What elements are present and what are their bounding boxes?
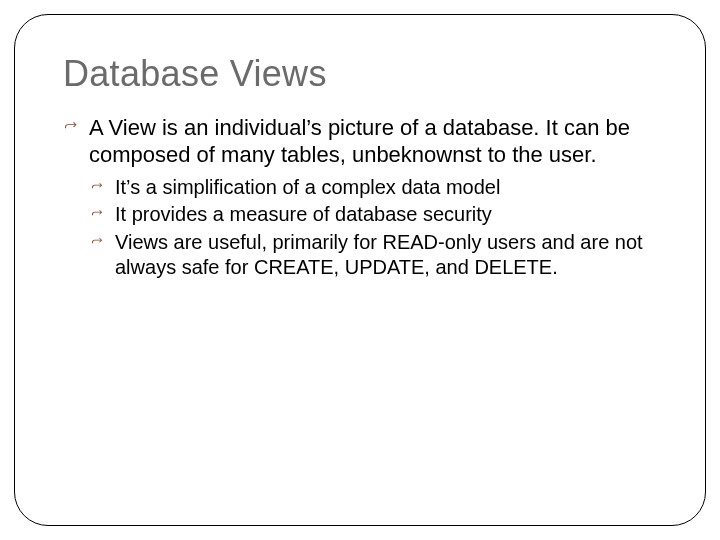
list-item: A View is an individual’s picture of a d… — [67, 115, 657, 169]
slide-frame: Database Views A View is an individual’s… — [14, 14, 706, 526]
list-item: It provides a measure of database securi… — [95, 202, 657, 227]
slide-title: Database Views — [63, 53, 657, 95]
list-item: It’s a simplification of a complex data … — [95, 175, 657, 200]
bullet-list-level1: A View is an individual’s picture of a d… — [67, 115, 657, 280]
list-item: Views are useful, primarily for READ-onl… — [95, 230, 657, 280]
bullet-list-level2: It’s a simplification of a complex data … — [95, 175, 657, 280]
